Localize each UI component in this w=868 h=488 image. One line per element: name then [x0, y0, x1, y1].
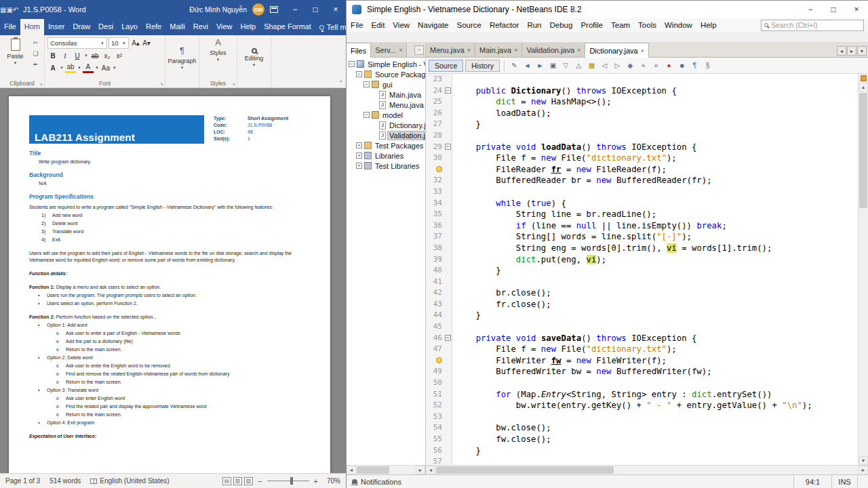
- error-stripe-indicator[interactable]: [861, 75, 867, 81]
- line-number[interactable]: 41: [426, 277, 443, 288]
- line-number[interactable]: 57: [426, 456, 443, 465]
- tree-item-source-packages[interactable]: −Source Packages: [347, 69, 425, 79]
- collapse-handle-icon[interactable]: −: [363, 81, 370, 87]
- scroll-left-icon[interactable]: ◄: [426, 466, 435, 474]
- toggle-bookmark-icon[interactable]: ◆: [625, 60, 636, 71]
- line-number[interactable]: 33: [426, 186, 443, 198]
- editor-tab-validation-java[interactable]: Validation.java×: [522, 43, 585, 57]
- code-line[interactable]: 54 bw.close();: [426, 422, 858, 434]
- close-tab-icon[interactable]: ×: [577, 47, 580, 54]
- zoom-in-button[interactable]: +: [314, 477, 318, 485]
- line-number[interactable]: 34: [426, 198, 443, 209]
- text-effects-button[interactable]: A: [47, 62, 58, 73]
- code-line[interactable]: FileReader fr = new FileReader(f);: [426, 164, 858, 176]
- minimize-button[interactable]: −: [285, 0, 305, 19]
- code-editor[interactable]: 2324− public Dictionary() throws IOExcep…: [426, 74, 858, 465]
- quick-search-box[interactable]: [761, 20, 864, 31]
- hint-bulb-icon[interactable]: [436, 357, 442, 363]
- line-number[interactable]: 40: [426, 265, 443, 277]
- line-number[interactable]: 25: [426, 96, 443, 108]
- doc-block[interactable]: 3)Translate word: [29, 228, 310, 235]
- tab-list-button[interactable]: ▼: [857, 46, 867, 56]
- tree-item-validation-ja[interactable]: JValidation.ja: [347, 130, 425, 140]
- source-view-button[interactable]: Source: [429, 60, 463, 72]
- minimize-button[interactable]: −: [799, 1, 822, 18]
- bold-button[interactable]: B: [47, 50, 58, 61]
- line-number[interactable]: 47: [426, 344, 443, 355]
- menu-help[interactable]: Help: [696, 20, 721, 30]
- tree-item-gui[interactable]: −gui: [347, 79, 425, 89]
- doc-block[interactable]: •Users select an option, perform Functio…: [29, 300, 310, 307]
- copy-button[interactable]: ❏: [30, 48, 41, 58]
- close-button[interactable]: ×: [326, 0, 346, 19]
- explorer-tab-serv[interactable]: Serv...×: [371, 43, 407, 57]
- code-line[interactable]: 43 fr.close();: [426, 299, 858, 310]
- code-line[interactable]: 28: [426, 130, 858, 142]
- maximize-button[interactable]: □: [822, 1, 845, 18]
- code-line[interactable]: 30 File f = new File("dictionary.txt");: [426, 152, 858, 164]
- account-name[interactable]: Đức Minh Nguyễn: [189, 5, 247, 14]
- code-fold-icon[interactable]: −: [445, 335, 451, 341]
- line-number[interactable]: 38: [426, 243, 443, 254]
- notifications-bell-icon[interactable]: [352, 479, 357, 484]
- zoom-level[interactable]: 70%: [323, 477, 340, 485]
- line-number[interactable]: 36: [426, 220, 443, 232]
- ribbon-tab-draw[interactable]: Draw: [68, 19, 94, 35]
- collapse-handle-icon[interactable]: −: [363, 112, 370, 118]
- tree-item-menu-java[interactable]: JMenu.java: [347, 100, 425, 110]
- history-view-button[interactable]: History: [465, 60, 500, 72]
- menu-team[interactable]: Team: [607, 20, 634, 30]
- code-line[interactable]: 37 String[] words = line.split("[-]");: [426, 231, 858, 243]
- zoom-slider[interactable]: [267, 481, 309, 481]
- doc-block[interactable]: •Option 4: Exit program: [29, 420, 310, 426]
- menu-view[interactable]: View: [389, 20, 414, 30]
- menu-window[interactable]: Window: [660, 20, 696, 30]
- find-previous-icon[interactable]: △: [573, 60, 585, 71]
- scrollbar-thumb[interactable]: [436, 466, 614, 474]
- ribbon-tab-help[interactable]: Help: [237, 19, 260, 35]
- collapse-ribbon-icon[interactable]: ⌃: [338, 80, 343, 86]
- page-indicator[interactable]: Page 1 of 3: [5, 477, 40, 485]
- collapse-handle-icon[interactable]: −: [356, 71, 362, 77]
- toggle-highlight-icon[interactable]: ▩: [586, 60, 597, 71]
- code-line[interactable]: 32 BufferedReader br = new BufferedReade…: [426, 175, 858, 186]
- word-document-area[interactable]: LAB211 Assignment Type:Short AssignmentC…: [0, 88, 346, 473]
- maximize-button[interactable]: □: [305, 0, 326, 19]
- highlight-button-arrow-icon[interactable]: ▼: [77, 66, 81, 70]
- web-layout-icon[interactable]: ▧: [244, 477, 253, 485]
- undo-icon[interactable]: ↶: [13, 6, 18, 14]
- last-edit-icon[interactable]: ✎: [509, 60, 520, 71]
- line-number[interactable]: 37: [426, 231, 443, 243]
- previous-bookmark-icon[interactable]: ◁: [599, 60, 610, 71]
- language-status[interactable]: English (United States): [90, 477, 169, 485]
- find-selection-icon[interactable]: ▣: [547, 60, 559, 71]
- document-page[interactable]: LAB211 Assignment Type:Short AssignmentC…: [9, 96, 330, 473]
- ribbon-tab-layo[interactable]: Layo: [117, 19, 142, 35]
- ribbon-tab-refe[interactable]: Refe: [142, 19, 165, 35]
- code-line[interactable]: 50: [426, 378, 858, 389]
- read-mode-icon[interactable]: ▤: [222, 477, 231, 485]
- doc-block[interactable]: •Option 1: Add word: [29, 322, 310, 329]
- code-line[interactable]: 38 String eng = words[0].trim(), vi = wo…: [426, 243, 858, 254]
- line-number[interactable]: 51: [426, 389, 443, 401]
- line-number[interactable]: 27: [426, 119, 443, 130]
- ribbon-tab-view[interactable]: View: [212, 19, 237, 35]
- subscript-button[interactable]: x₂: [102, 50, 113, 61]
- scrollbar-thumb[interactable]: [357, 466, 389, 474]
- ribbon-tab-revi[interactable]: Revi: [189, 19, 212, 35]
- line-number[interactable]: [426, 355, 443, 367]
- line-number[interactable]: 24: [426, 85, 443, 97]
- scrollbar-thumb[interactable]: [859, 93, 867, 208]
- avatar[interactable]: DM: [252, 3, 264, 16]
- doc-block[interactable]: Function 1: Display a menu and ask users…: [29, 284, 310, 291]
- code-line[interactable]: 49 BufferedWriter bw = new BufferedWrite…: [426, 366, 858, 378]
- menu-refactor[interactable]: Refactor: [486, 20, 523, 30]
- code-line[interactable]: 34 while (true) {: [426, 198, 858, 209]
- doc-block[interactable]: oAsk user to enter the English word to b…: [29, 363, 310, 369]
- explorer-hscrollbar[interactable]: ◄ ►: [347, 465, 425, 474]
- doc-block[interactable]: •Option 3: Translate word: [29, 387, 310, 394]
- assignment-banner[interactable]: LAB211 Assignment: [29, 115, 204, 144]
- next-bookmark-icon[interactable]: ▷: [612, 60, 623, 71]
- code-line[interactable]: 26 loadData();: [426, 108, 858, 119]
- explorer-tab-files[interactable]: Files: [347, 43, 371, 58]
